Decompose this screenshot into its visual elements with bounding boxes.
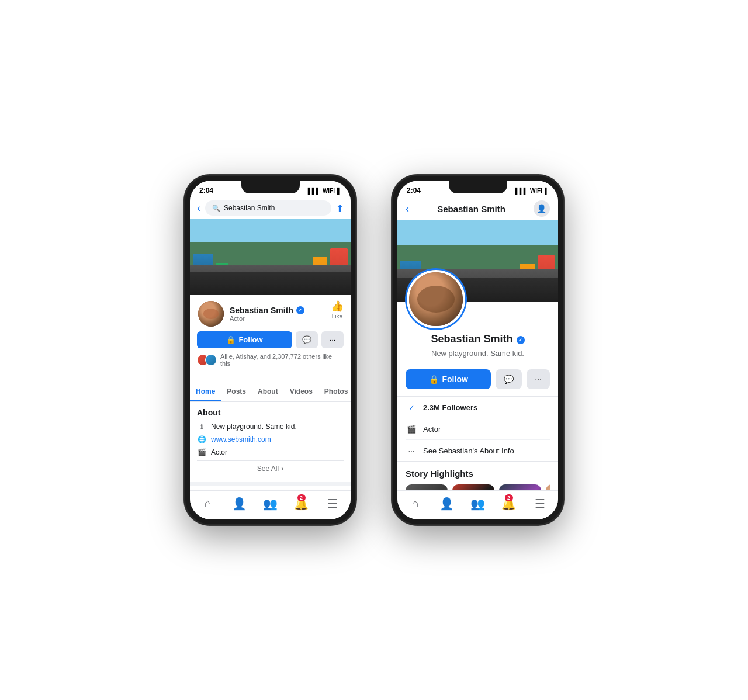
- tab-home-1[interactable]: Home: [190, 383, 221, 401]
- nav-menu-2[interactable]: ☰: [525, 494, 556, 513]
- wifi-icon-2: WiFi: [530, 188, 542, 194]
- phone-2-scroll[interactable]: Sebastian Smith ✓ New playground. Same k…: [397, 220, 558, 514]
- phone-2-title: Sebastian Smith: [437, 204, 505, 214]
- phone-1-screen: 2:04 ▌▌▌ WiFi ▌ ‹ 🔍 Sebastian Smith ⬆: [190, 181, 351, 519]
- wifi-icon-1: WiFi: [323, 188, 335, 194]
- search-icon-1: 🔍: [212, 205, 220, 212]
- nav-profile-2[interactable]: 👤: [431, 494, 462, 513]
- profile-name-container-1: Sebastian Smith ✓ Actor: [230, 306, 304, 322]
- notification-badge-1: 2: [297, 494, 306, 501]
- like-icon-1: 👍: [331, 300, 344, 313]
- menu-icon-2: ☰: [535, 497, 545, 511]
- profile-name-row-1: Sebastian Smith ✓: [230, 306, 304, 315]
- battery-icon-2: ▌: [545, 188, 549, 194]
- follow-label-1: Follow: [238, 335, 262, 344]
- avatar-1: [197, 300, 225, 328]
- verified-badge-2: ✓: [517, 336, 525, 344]
- story-highlights-title-2: Story Highlights: [406, 469, 550, 479]
- battery-icon-1: ▌: [337, 188, 341, 194]
- like-button-1[interactable]: 👍 Like: [331, 300, 344, 320]
- home-icon-2: ⌂: [412, 497, 419, 510]
- like-label-1: Like: [332, 313, 342, 320]
- profile-info-2: Sebastian Smith ✓ New playground. Same k…: [397, 333, 558, 369]
- info-row-actor-2: 🎬 Actor: [406, 418, 550, 440]
- nav-friends-2[interactable]: 👥: [462, 494, 493, 513]
- see-all-chevron-1: ›: [281, 465, 283, 473]
- back-button-2[interactable]: ‹: [406, 203, 409, 215]
- info-row-followers-2: ✓ 2.3M Followers: [406, 397, 550, 418]
- about-item-1: ℹ New playground. Same kid.: [197, 422, 344, 431]
- friends-like-1: Allie, Atishay, and 2,307,772 others lik…: [197, 353, 344, 372]
- add-friend-icon-2: 👤: [536, 204, 546, 213]
- nav-bar-1: ‹ 🔍 Sebastian Smith ⬆: [190, 197, 351, 219]
- follow-label-2: Follow: [442, 375, 468, 384]
- about-icon-2: ···: [406, 445, 417, 456]
- status-icons-1: ▌▌▌ WiFi ▌: [308, 188, 341, 194]
- tab-photos-1[interactable]: Photos: [318, 383, 351, 401]
- see-all-1[interactable]: See All ›: [197, 460, 344, 476]
- more-button-2[interactable]: ···: [527, 369, 550, 389]
- more-button-1[interactable]: ···: [321, 331, 344, 348]
- phone-1: 2:04 ▌▌▌ WiFi ▌ ‹ 🔍 Sebastian Smith ⬆: [184, 175, 356, 525]
- nav-notifications-1[interactable]: 🔔 2: [286, 494, 317, 513]
- profile-subtitle-1: Actor: [230, 315, 304, 322]
- about-link-text-2: See Sebastian's About Info: [423, 446, 514, 455]
- tab-about-1[interactable]: About: [252, 383, 284, 401]
- friends-icon-2: 👥: [470, 497, 485, 511]
- tab-posts-1[interactable]: Posts: [221, 383, 252, 401]
- tab-videos-1[interactable]: Videos: [284, 383, 318, 401]
- phone-1-scroll[interactable]: Sebastian Smith ✓ Actor 👍 Like: [190, 219, 351, 512]
- share-button-1[interactable]: ⬆: [336, 203, 344, 214]
- about-section-1: About ℹ New playground. Same kid. 🌐 www.…: [190, 402, 351, 482]
- about-text-1: New playground. Same kid.: [211, 422, 297, 431]
- profile-name-1: Sebastian Smith: [230, 306, 293, 315]
- nav-friends-1[interactable]: 👥: [255, 494, 286, 513]
- back-button-1[interactable]: ‹: [197, 202, 200, 214]
- followers-text-2: 2.3M Followers: [423, 403, 477, 412]
- about-profession-1: Actor: [211, 448, 227, 456]
- nav-notifications-2[interactable]: 🔔 2: [493, 494, 524, 513]
- action-buttons-1: 🔒 Follow 💬 ···: [197, 331, 344, 348]
- nav-profile-1[interactable]: 👤: [223, 494, 254, 513]
- avatar-large-face-2: [409, 272, 463, 326]
- info-rows-2: ✓ 2.3M Followers 🎬 Actor ··· See Sebasti…: [397, 396, 558, 462]
- nav-home-1[interactable]: ⌂: [192, 494, 223, 512]
- profile-left-1: Sebastian Smith ✓ Actor: [197, 300, 304, 328]
- signal-icon-2: ▌▌▌: [515, 188, 528, 194]
- add-friend-button-2[interactable]: 👤: [534, 200, 550, 217]
- home-icon-1: ⌂: [205, 497, 212, 510]
- web-icon-1: 🌐: [197, 435, 206, 444]
- action-buttons-2: 🔒 Follow 💬 ···: [397, 369, 558, 389]
- menu-icon-1: ☰: [327, 497, 338, 511]
- about-item-2[interactable]: 🌐 www.sebsmith.com: [197, 435, 344, 444]
- followers-icon-2: ✓: [406, 401, 417, 413]
- status-time-2: 2:04: [407, 186, 421, 195]
- avatar-large-container-2: [397, 270, 558, 328]
- actor-icon-2: 🎬: [406, 423, 417, 435]
- nav-menu-1[interactable]: ☰: [317, 494, 348, 513]
- movie-icon-1: 🎬: [197, 448, 206, 457]
- about-website-1: www.sebsmith.com: [211, 435, 271, 443]
- messenger-icon-1: 💬: [302, 335, 311, 344]
- nav-tabs-1: Home Posts About Videos Photos Eve: [190, 383, 351, 402]
- messenger-button-2[interactable]: 💬: [496, 369, 522, 389]
- info-row-about-2[interactable]: ··· See Sebastian's About Info: [406, 440, 550, 461]
- actor-text-2: Actor: [423, 425, 441, 434]
- cover-photo-1: [190, 219, 351, 295]
- avatar-large-2: [407, 270, 465, 328]
- notch-1: [241, 181, 300, 193]
- messenger-button-1[interactable]: 💬: [296, 331, 318, 348]
- nav-home-2[interactable]: ⌂: [400, 494, 431, 512]
- more-icon-1: ···: [330, 335, 336, 344]
- about-title-1: About: [197, 408, 344, 417]
- info-icon-1: ℹ: [197, 422, 206, 431]
- about-item-3: 🎬 Actor: [197, 448, 344, 457]
- notch-2: [449, 181, 507, 193]
- signal-icon-1: ▌▌▌: [308, 188, 320, 194]
- status-icons-2: ▌▌▌ WiFi ▌: [515, 188, 549, 194]
- see-all-text-1: See All: [257, 465, 279, 473]
- profile-row-1: Sebastian Smith ✓ Actor 👍 Like: [197, 300, 344, 328]
- follow-button-1[interactable]: 🔒 Follow: [197, 331, 292, 348]
- search-bar-1[interactable]: 🔍 Sebastian Smith: [205, 200, 331, 216]
- follow-button-2[interactable]: 🔒 Follow: [406, 369, 491, 389]
